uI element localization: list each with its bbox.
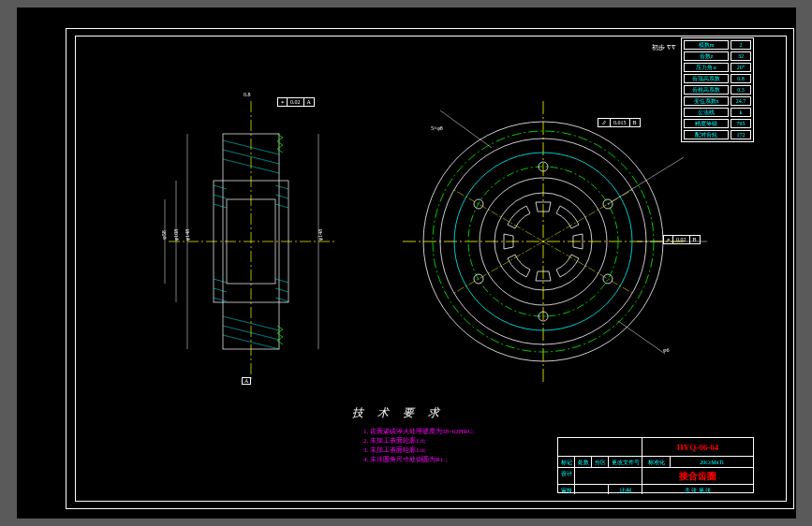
tech-req-line: 1. 齿面渗碳淬火处理硬度为58~62HRC; <box>363 427 474 436</box>
svg-line-9 <box>214 195 227 198</box>
dim-d2: φ108 <box>173 229 179 241</box>
svg-line-48 <box>440 110 492 148</box>
svg-line-11 <box>214 279 227 283</box>
dim-d8: φ6 <box>663 347 669 353</box>
svg-line-18 <box>275 195 288 198</box>
tech-req-line: 3. 未加工表面轮廓1.6; <box>363 446 474 455</box>
svg-line-22 <box>275 298 288 301</box>
gdt-frame-1: ⌖0.02A <box>277 97 315 107</box>
svg-line-10 <box>214 204 227 208</box>
svg-line-19 <box>275 204 288 208</box>
svg-line-13 <box>214 298 227 301</box>
dim-d7: 5×φ8 <box>431 125 443 131</box>
svg-line-42 <box>543 190 632 241</box>
tech-req-line: 4. 未注圆角尺寸处倒圆为R1； <box>363 455 474 464</box>
svg-line-17 <box>275 185 288 189</box>
part-name: 接合齿圈 <box>642 468 753 484</box>
gdt-frame-3: ⌖0.02B <box>663 235 701 244</box>
front-view <box>403 101 707 382</box>
gdt-frame-2: ⫽0.015B <box>598 118 641 127</box>
title-block: HYQ-06-04 标记 处数 分区 更改文件号 标准化 20CrMnTi 设计… <box>557 437 754 493</box>
cad-canvas: 模数m2齿数z32压力角α20°齿顶高系数0.8齿根高系数0.3变位系数x24.… <box>17 7 796 519</box>
tech-req-title: 技 术 要 求 <box>352 405 474 421</box>
svg-line-45 <box>454 241 543 293</box>
svg-point-38 <box>603 274 613 284</box>
svg-line-12 <box>214 288 227 292</box>
ra-1: 0.8 <box>244 92 251 97</box>
svg-line-21 <box>275 288 288 292</box>
dim-d3: φ148 <box>185 229 190 241</box>
svg-line-44 <box>454 190 543 241</box>
datum-a: A <box>242 377 251 385</box>
section-view <box>165 101 337 382</box>
tech-req-line: 2. 未加工表面轮廓1.6; <box>363 436 474 446</box>
svg-line-8 <box>214 185 227 189</box>
svg-line-49 <box>618 321 665 354</box>
svg-line-20 <box>275 279 288 283</box>
svg-line-46 <box>608 157 684 204</box>
technical-requirements: 技 术 要 求 1. 齿面渗碳淬火处理硬度为58~62HRC;2. 未加工表面轮… <box>352 405 474 464</box>
dim-d4: φ148 <box>317 229 323 241</box>
svg-line-43 <box>543 241 632 293</box>
part-number: HYQ-06-04 <box>642 438 753 456</box>
dim-d1: φ58 <box>161 230 167 239</box>
